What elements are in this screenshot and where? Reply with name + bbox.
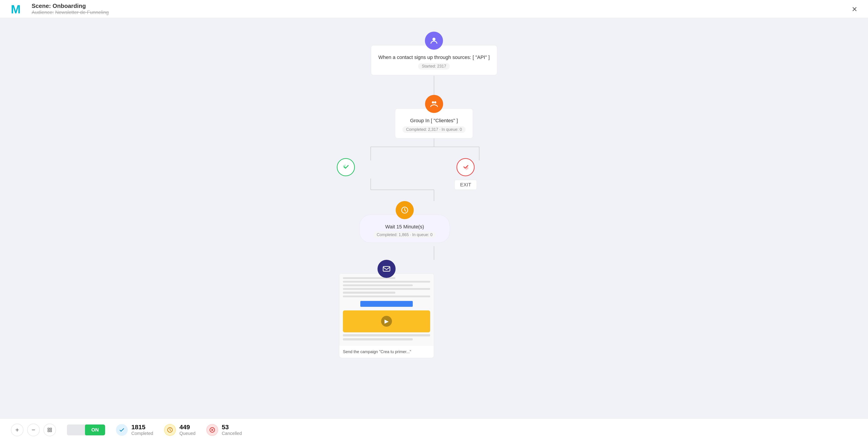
- svg-rect-15: [48, 428, 49, 429]
- yes-icon: [337, 158, 355, 176]
- canvas: When a contact signs up through sources:…: [0, 18, 868, 418]
- logo: M: [11, 3, 24, 15]
- cancelled-label: Cancelled: [222, 431, 242, 436]
- completed-label: Completed: [131, 431, 153, 436]
- bottom-bar: + − ON 1815 Completed: [0, 418, 868, 441]
- scene-label: Scene: Onboarding: [32, 2, 109, 9]
- no-icon: [457, 158, 475, 176]
- completed-icon: [116, 424, 128, 436]
- zoom-controls: + −: [11, 423, 56, 436]
- svg-point-12: [434, 101, 436, 103]
- stat-cancelled: 53 Cancelled: [206, 423, 242, 436]
- svg-point-10: [432, 38, 435, 41]
- logo-icon: M: [11, 3, 21, 16]
- svg-rect-14: [383, 266, 390, 271]
- cancelled-icon: [206, 424, 218, 436]
- svg-rect-18: [50, 430, 52, 432]
- email-thumbnail: ▶: [343, 310, 430, 332]
- email-card: ▶ Send the campaign "Crea tu primer...": [339, 273, 434, 358]
- wait-stat: Completed: 1,865 · In queue: 0: [373, 231, 436, 238]
- group-stat: Completed: 2,317 · In queue: 0: [402, 126, 465, 133]
- stat-completed: 1815 Completed: [116, 423, 153, 436]
- cancelled-info: 53 Cancelled: [222, 423, 242, 436]
- completed-count: 1815: [131, 423, 153, 431]
- queued-label: Queued: [180, 431, 195, 436]
- toggle[interactable]: ON: [67, 424, 105, 435]
- group-icon: [425, 95, 443, 113]
- zoom-in-button[interactable]: +: [11, 423, 24, 436]
- email-preview: ▶: [339, 274, 434, 346]
- email-node: ▶ Send the campaign "Crea tu primer...": [339, 260, 434, 358]
- svg-point-11: [432, 101, 434, 103]
- zoom-fit-button[interactable]: [43, 423, 56, 436]
- wait-title: Wait 15 Minute(s): [385, 224, 424, 230]
- toggle-off: [67, 424, 85, 435]
- trigger-title: When a contact signs up through sources:…: [378, 55, 490, 60]
- stat-queued: 449 Queued: [164, 423, 195, 436]
- email-icon: [377, 260, 396, 278]
- header: M Scene: Onboarding Audience: Newsletter…: [0, 0, 868, 18]
- no-node: EXIT: [455, 158, 477, 190]
- preview-line-2: [343, 281, 430, 283]
- wait-node: Wait 15 Minute(s) Completed: 1,865 · In …: [359, 201, 450, 243]
- trigger-stat: Started: 2317: [418, 63, 450, 70]
- preview-text: [343, 334, 430, 342]
- yes-node: [337, 158, 355, 176]
- email-footer: Send the campaign "Crea tu primer...": [339, 346, 434, 358]
- play-icon: ▶: [381, 316, 392, 327]
- preview-line-6: [343, 295, 430, 297]
- queued-icon: [164, 424, 176, 436]
- group-title: Group In [ "Clientes" ]: [402, 118, 465, 124]
- audience-label: Audience: Newsletter de Funneling: [32, 9, 109, 15]
- svg-rect-17: [48, 430, 49, 432]
- header-info: Scene: Onboarding Audience: Newsletter d…: [32, 2, 109, 15]
- close-button[interactable]: ×: [852, 4, 857, 13]
- preview-cta: [360, 301, 413, 307]
- trigger-icon: [425, 32, 443, 50]
- exit-label: EXIT: [455, 180, 477, 190]
- queued-info: 449 Queued: [180, 423, 195, 436]
- trigger-node: When a contact signs up through sources:…: [371, 32, 497, 75]
- preview-line-3: [343, 284, 413, 286]
- preview-line-5: [343, 292, 395, 293]
- zoom-out-button[interactable]: −: [27, 423, 40, 436]
- completed-info: 1815 Completed: [131, 423, 153, 436]
- cancelled-count: 53: [222, 423, 242, 431]
- toggle-on-label[interactable]: ON: [85, 424, 105, 435]
- queued-count: 449: [180, 423, 195, 431]
- svg-rect-16: [50, 428, 52, 429]
- group-node: Group In [ "Clientes" ] Completed: 2,317…: [395, 95, 473, 138]
- wait-icon: [396, 201, 414, 219]
- preview-line-4: [343, 288, 430, 290]
